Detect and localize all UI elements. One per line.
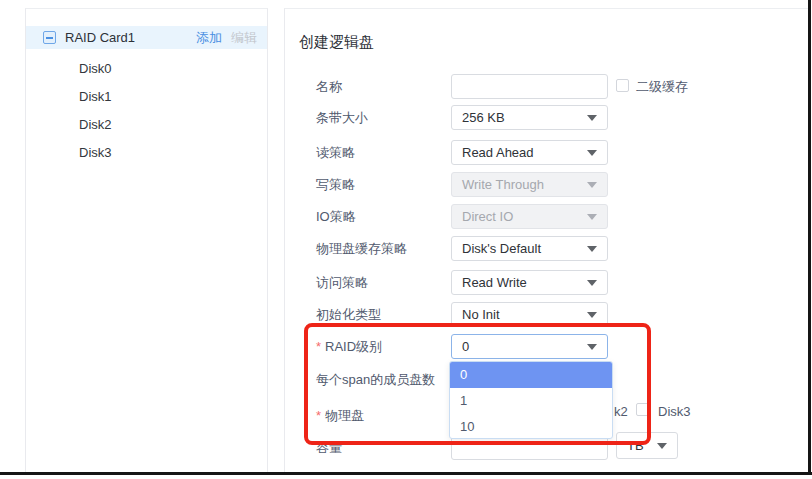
io-policy-label: IO策略	[316, 204, 356, 229]
tree-item-disk0[interactable]: Disk0	[26, 55, 267, 83]
chevron-down-icon	[587, 344, 597, 350]
disk2-partial-label: k2	[614, 404, 628, 419]
secondary-cache-checkbox[interactable]	[616, 79, 629, 92]
chevron-down-icon	[587, 312, 597, 318]
chevron-down-icon	[587, 150, 597, 156]
span-members-label: 每个span的成员盘数	[316, 367, 435, 392]
tree-item-disk3[interactable]: Disk3	[26, 139, 267, 167]
capacity-unit-select[interactable]: TB	[616, 432, 678, 459]
stripe-size-label: 条带大小	[316, 105, 368, 130]
raid-level-label: RAID级别	[325, 339, 382, 354]
raid-level-select[interactable]: 0	[451, 334, 608, 359]
screenshot-border-right	[808, 0, 811, 475]
read-policy-label: 读策略	[316, 140, 355, 165]
chevron-down-icon	[587, 280, 597, 286]
io-policy-select: Direct IO	[451, 204, 608, 229]
collapse-minus-icon[interactable]	[43, 31, 56, 44]
capacity-label: 容量	[316, 435, 342, 460]
raid-config-screen: RAID Card1 添加 编辑 Disk0 Disk1 Disk2 Disk3…	[0, 0, 812, 479]
add-link[interactable]: 添加	[196, 29, 222, 47]
screenshot-border-bottom	[0, 472, 812, 475]
raid-option-10[interactable]: 10	[450, 414, 612, 439]
required-asterisk: *	[316, 339, 321, 354]
init-type-select[interactable]: No Init	[451, 302, 608, 327]
tree-root-label: RAID Card1	[65, 30, 135, 45]
tree-node-raid-card[interactable]: RAID Card1 添加 编辑	[26, 26, 267, 49]
name-label: 名称	[316, 74, 342, 99]
disk3-checkbox[interactable]	[636, 403, 649, 416]
required-asterisk: *	[316, 408, 321, 423]
access-policy-label: 访问策略	[316, 270, 368, 295]
disk-cache-policy-select[interactable]: Disk's Default	[451, 236, 608, 261]
read-policy-select[interactable]: Read Ahead	[451, 140, 608, 165]
chevron-down-icon	[587, 214, 597, 220]
access-policy-select[interactable]: Read Write	[451, 270, 608, 295]
chevron-down-icon	[587, 182, 597, 188]
tree-children: Disk0 Disk1 Disk2 Disk3	[26, 55, 267, 167]
write-policy-select: Write Through	[451, 172, 608, 197]
write-policy-label: 写策略	[316, 172, 355, 197]
edit-link[interactable]: 编辑	[231, 29, 257, 47]
chevron-down-icon	[587, 246, 597, 252]
chevron-down-icon	[657, 443, 667, 449]
raid-tree-sidebar: RAID Card1 添加 编辑 Disk0 Disk1 Disk2 Disk3	[25, 8, 268, 472]
tree-item-disk1[interactable]: Disk1	[26, 83, 267, 111]
physical-disk-label: 物理盘	[325, 408, 364, 423]
stripe-size-select[interactable]: 256 KB	[451, 105, 608, 130]
chevron-down-icon	[587, 115, 597, 121]
secondary-cache-label: 二级缓存	[636, 78, 688, 96]
raid-option-0[interactable]: 0	[450, 362, 612, 388]
disk-cache-policy-label: 物理盘缓存策略	[316, 236, 407, 261]
raid-level-dropdown: 0 1 10	[449, 361, 613, 439]
name-input[interactable]	[451, 74, 608, 99]
disk3-checkbox-label: Disk3	[658, 404, 691, 419]
init-type-label: 初始化类型	[316, 302, 381, 327]
create-logical-disk-panel: 创建逻辑盘 名称 二级缓存 条带大小 256 KB 读策略 Read Ahead…	[284, 8, 808, 472]
tree-item-disk2[interactable]: Disk2	[26, 111, 267, 139]
page-title: 创建逻辑盘	[299, 33, 374, 52]
raid-option-1[interactable]: 1	[450, 388, 612, 414]
